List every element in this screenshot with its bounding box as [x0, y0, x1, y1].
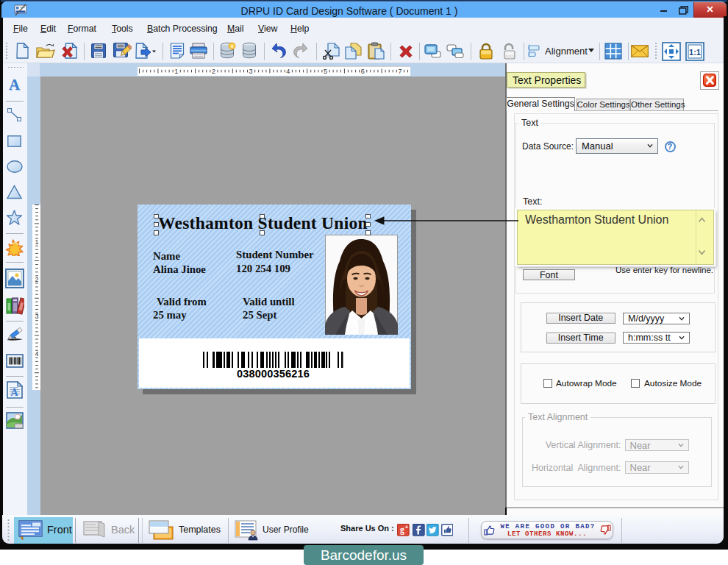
svg-text:4: 4: [35, 350, 38, 358]
svg-text:g: g: [400, 525, 404, 535]
svg-text:3: 3: [35, 313, 38, 320]
svg-text:2: 2: [212, 68, 215, 75]
svg-text:1: 1: [174, 68, 178, 75]
svg-text:2: 2: [35, 276, 38, 283]
svg-text:7: 7: [398, 68, 402, 75]
svg-text:A: A: [10, 387, 18, 398]
svg-text:4: 4: [286, 68, 290, 75]
svg-text:3: 3: [249, 68, 253, 75]
svg-text:6: 6: [361, 68, 365, 75]
svg-text:+: +: [405, 524, 409, 530]
svg-text:1:1: 1:1: [689, 48, 701, 57]
svg-text:1: 1: [35, 238, 38, 246]
svg-text:5: 5: [324, 68, 327, 75]
